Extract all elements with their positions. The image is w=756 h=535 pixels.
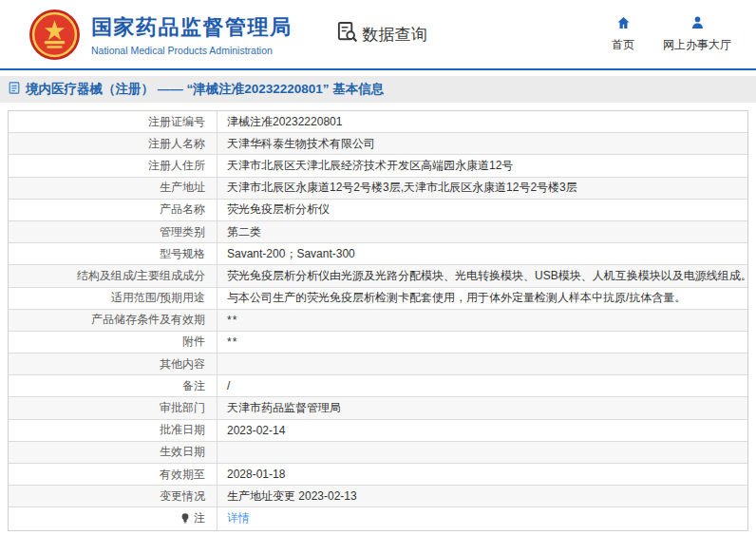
row-value: 第二类 [217,221,747,242]
row-label: 生效日期 [9,442,217,463]
row-label-text: 附件 [182,334,205,350]
row-value-text: 天津市北辰区天津北辰经济技术开发区高端园永康道12号 [227,158,513,174]
row-value: ** [217,310,747,331]
national-emblem-logo [28,9,81,61]
row-value-text: Savant-200；Savant-300 [227,246,355,262]
row-label: 有效期至 [9,464,217,485]
table-row: 注册人名称 天津华科泰生物技术有限公司 [9,133,747,155]
row-value [217,353,747,374]
brand: 国家药品监督管理局 National Medical Products Admi… [28,9,293,61]
row-value-text: 与本公司生产的荧光免疫层析检测卡配套使用，用于体外定量检测人样本中抗原/抗体含量… [227,290,686,306]
breadcrumb: 境内医疗器械（注册） —— “津械注准20232220801” 基本信息 [0,76,756,103]
table-row: 适用范围/预期用途 与本公司生产的荧光免疫层析检测卡配套使用，用于体外定量检测人… [9,288,747,310]
row-label-text: 产品名称 [160,201,205,218]
data-query-tab[interactable]: 数据查询 [336,21,427,48]
row-label-text: 审批部门 [160,400,205,416]
row-label: 生产地址 [9,178,217,199]
nav-hall-label: 网上办事大厅 [663,37,731,53]
row-label: 注册人名称 [9,133,217,154]
row-value: 2028-01-18 [217,464,747,485]
row-label: 注 [9,507,217,529]
org-name-cn: 国家药品监督管理局 [91,13,293,42]
row-value-text: 生产地址变更 2023-02-13 [227,488,357,505]
row-value-text: / [227,379,230,392]
row-label: 备注 [9,375,217,396]
nav-home-label: 首页 [612,37,634,53]
row-label: 产品名称 [9,200,217,220]
row-label-text: 生效日期 [160,444,205,460]
bulb-icon [180,512,190,525]
row-label: 批准日期 [9,420,217,441]
row-value: 津械注准20232220801 [217,111,747,132]
site-header: 国家药品监督管理局 National Medical Products Admi… [0,0,756,68]
row-label-text: 型号规格 [160,246,205,262]
row-value: 与本公司生产的荧光免疫层析检测卡配套使用，用于体外定量检测人样本中抗原/抗体含量… [217,288,747,309]
table-row: 批准日期 2023-02-14 [9,420,747,442]
table-row: 结构及组成/主要组成成分 荧光免疫层析分析仪由光源及光路分配模块、光电转换模块、… [9,265,747,287]
row-label-text: 管理类别 [160,224,205,240]
brand-text: 国家药品监督管理局 National Medical Products Admi… [91,13,293,56]
data-query-label: 数据查询 [363,24,427,46]
org-name-en: National Medical Products Administration [91,45,293,56]
row-value: 天津市药品监督管理局 [217,397,747,418]
row-label-text: 备注 [182,378,205,394]
row-value-text: 天津市北辰区永康道12号2号楼3层,天津市北辰区永康道12号2号楼3层 [227,180,577,196]
row-value: Savant-200；Savant-300 [217,243,747,264]
row-label: 产品储存条件及有效期 [9,310,217,331]
table-row: 其他内容 [9,353,747,375]
table-row: 型号规格 Savant-200；Savant-300 [9,243,747,265]
table-row: 审批部门 天津市药品监督管理局 [9,397,747,419]
table-row: 注册证编号 津械注准20232220801 [9,111,747,133]
table-row: 产品储存条件及有效期 ** [9,310,747,332]
row-value: 天津市北辰区永康道12号2号楼3层,天津市北辰区永康道12号2号楼3层 [217,178,747,199]
row-label: 审批部门 [9,397,217,418]
row-value: / [217,375,747,396]
row-value [217,442,747,463]
row-label-text: 变更情况 [160,488,205,505]
table-row: 产品名称 荧光免疫层析分析仪 [9,200,747,221]
row-label-text: 批准日期 [160,422,205,438]
row-label: 变更情况 [9,486,217,506]
row-label: 适用范围/预期用途 [9,288,217,309]
table-row: 变更情况 生产地址变更 2023-02-13 [9,486,747,507]
row-label-text: 适用范围/预期用途 [111,290,205,306]
row-value-text: 2028-01-18 [227,468,285,481]
row-label-text: 结构及组成/主要组成成分 [77,268,205,284]
table-row: 管理类别 第二类 [9,221,747,243]
row-label-text: 生产地址 [160,180,205,196]
row-label: 结构及组成/主要组成成分 [9,265,217,286]
row-label-text: 注册人名称 [148,136,205,152]
row-value: 详情 [217,507,747,529]
nav-service-hall[interactable]: 网上办事大厅 [663,15,731,53]
table-row: 附件 ** [9,332,747,353]
row-value: 生产地址变更 2023-02-13 [217,486,747,506]
home-icon [615,15,632,33]
table-row: 注册人住所 天津市北辰区天津北辰经济技术开发区高端园永康道12号 [9,155,747,177]
row-label-text: 有效期至 [160,467,205,483]
user-icon [690,15,706,33]
row-value-text: 天津华科泰生物技术有限公司 [227,136,375,152]
table-row: 注 详情 [9,507,747,529]
row-label: 其他内容 [9,353,217,374]
row-value: 荧光免疫层析分析仪 [217,200,747,220]
table-row: 有效期至 2028-01-18 [9,464,747,486]
row-label-text: 其他内容 [160,356,205,373]
row-value: 天津市北辰区天津北辰经济技术开发区高端园永康道12号 [217,155,747,176]
row-value: 2023-02-14 [217,420,747,441]
row-label: 管理类别 [9,221,217,242]
page-title: 境内医疗器械（注册） —— “津械注准20232220801” 基本信息 [26,81,384,98]
detail-link[interactable]: 详情 [227,510,250,526]
row-value-text: ** [227,314,237,327]
row-value: 天津华科泰生物技术有限公司 [217,133,747,154]
file-icon [8,81,21,99]
info-table: 注册证编号 津械注准20232220801 注册人名称 天津华科泰生物技术有限公… [8,110,748,531]
row-label: 附件 [9,332,217,353]
row-value-text: 第二类 [227,224,261,240]
table-row: 备注 / [9,375,747,397]
document-search-icon [336,21,358,48]
nav-home[interactable]: 首页 [612,15,634,53]
header-nav: 首页 网上办事大厅 [612,15,743,53]
row-value-text: 2023-02-14 [227,424,285,437]
row-value-text: ** [227,335,237,349]
row-value: 荧光免疫层析分析仪由光源及光路分配模块、光电转换模块、USB模块、人机互换模块以… [217,265,747,286]
